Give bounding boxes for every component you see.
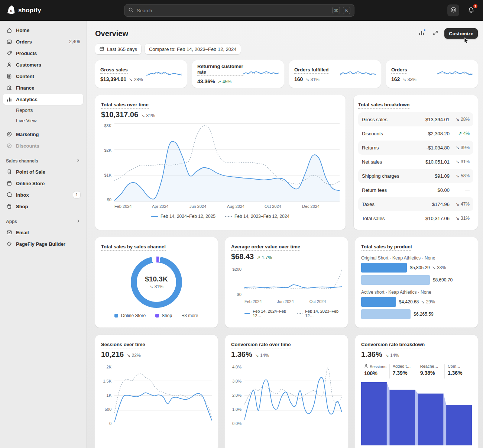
customize-button[interactable]: Customize [444, 28, 478, 39]
section-label: Apps [6, 219, 17, 224]
sidebar-item-orders[interactable]: Orders 2,406 [3, 36, 83, 47]
brand-area[interactable]: S shopify [6, 5, 117, 16]
calendar-icon [99, 46, 104, 52]
funnel-step[interactable]: Reache… 9.38% [417, 364, 444, 378]
current-period-swatch [151, 216, 158, 217]
fullscreen-button[interactable] [430, 28, 441, 39]
funnel-header: Sessions 100% Added t… 7.39% Reache… 9.3… [361, 364, 472, 378]
funnel-step[interactable]: Added t… 7.39% [389, 364, 417, 378]
search-input[interactable] [137, 8, 329, 13]
funnel-step[interactable]: Com… 1.36% [444, 364, 472, 378]
sidebar-item-home[interactable]: Home [3, 25, 83, 36]
svg-text:S: S [10, 9, 12, 13]
sidebar-item-point-of-sale[interactable]: Point of Sale [3, 166, 83, 177]
funnel-chart[interactable] [361, 382, 472, 445]
sidebar-section-apps[interactable]: Apps [3, 216, 83, 227]
metric-card-gross-sales[interactable]: Gross sales $13,394.01 ↘ 28% [95, 60, 187, 88]
sidebar-section-sales-channels[interactable]: Sales channels [3, 156, 83, 166]
sidebar-item-inbox[interactable]: Inbox 1 [3, 189, 83, 200]
sales-by-product-card: Total sales by product Original Short · … [355, 237, 478, 328]
sessions-line-chart[interactable] [114, 365, 212, 426]
conversion-value: 1.36% [231, 350, 252, 359]
sidebar-item-label: Reports [16, 107, 33, 113]
metric-card-returning-customer-rate[interactable]: Returning customer rate 43.36% ↗ 45% [192, 60, 284, 88]
total-sales-breakdown-card: Total sales breakdown Gross sales$13,394… [354, 95, 478, 230]
date-range-pill[interactable]: Last 365 days [95, 44, 141, 54]
conversion-line-chart[interactable] [244, 365, 342, 426]
breakdown-row[interactable]: Gross sales$13,394.01↘ 28% [358, 112, 473, 126]
sidebar-item-pagefly[interactable]: PageFly Page Builder [3, 238, 83, 249]
person-icon [6, 62, 13, 68]
sidebar-item-label: Home [16, 28, 29, 33]
sidebar-item-online-store[interactable]: Online Store [3, 178, 83, 189]
metric-card-orders-fulfilled[interactable]: Orders fulfilled 160 ↘ 31% [289, 60, 381, 88]
metric-title[interactable]: Gross sales [100, 67, 128, 74]
metric-title[interactable]: Orders fulfilled [294, 67, 328, 74]
chevron-right-icon [76, 219, 80, 224]
assistant-icon [450, 7, 457, 14]
donut-chart[interactable]: $10.3K ↘ 31% [131, 257, 182, 308]
breakdown-row[interactable]: Net sales$10,051.01↘ 31% [358, 155, 473, 169]
card-title[interactable]: Average order value over time [231, 244, 300, 251]
metric-card-orders[interactable]: Orders 162 ↘ 33% [386, 60, 478, 88]
bar-chart-icon [6, 96, 13, 102]
command-key: ⌘ [332, 7, 340, 14]
current-period-swatch [244, 313, 250, 314]
sidebar-item-content[interactable]: Content [3, 71, 83, 82]
sidebar-item-label: Online Store [16, 181, 45, 186]
assistant-button[interactable] [447, 4, 459, 16]
y-axis: $200$0 [231, 267, 244, 297]
sidebar-item-label: Inbox [16, 192, 29, 198]
sidebar-item-live-view[interactable]: Live View [3, 116, 83, 126]
sidebar-item-email[interactable]: Email [3, 227, 83, 238]
breakdown-row[interactable]: Shipping charges$91.09↘ 58% [358, 169, 473, 183]
card-title[interactable]: Total sales by product [361, 244, 412, 251]
sparkline-chart [243, 68, 279, 80]
k-key: K [343, 7, 350, 14]
card-title[interactable]: Conversion rate breakdown [361, 342, 425, 348]
metric-title[interactable]: Orders [391, 67, 407, 74]
conversion-breakdown-card: Conversion rate breakdown 1.36% ↘ 14% Se… [355, 335, 478, 448]
previous-period-bar[interactable] [361, 275, 430, 285]
card-title[interactable]: Sessions over time [101, 342, 145, 348]
current-period-bar[interactable] [361, 263, 407, 273]
sidebar-item-discounts[interactable]: Discounts [3, 140, 83, 151]
card-title[interactable]: Conversion rate over time [231, 342, 291, 348]
aov-line-chart[interactable] [244, 267, 342, 297]
y-axis: 2K1.5K1K5000 [101, 365, 114, 426]
metric-value: $13,394.01 [100, 76, 126, 82]
global-search[interactable]: ⌘ K [124, 4, 354, 17]
online-store-swatch [114, 314, 118, 318]
insights-button[interactable] [416, 28, 427, 39]
donut-center: $10.3K ↘ 31% [137, 262, 176, 302]
previous-period-bar[interactable] [361, 309, 411, 319]
sidebar-item-customers[interactable]: Customers [3, 59, 83, 70]
breakdown-row[interactable]: Return fees$0.00— [358, 183, 473, 197]
tag-icon [6, 50, 13, 56]
total-sales-line-chart[interactable] [114, 123, 340, 202]
sidebar-item-label: Analytics [16, 97, 38, 102]
sidebar-item-shop[interactable]: Shop [3, 201, 83, 212]
sidebar-item-finance[interactable]: Finance [3, 82, 83, 93]
breakdown-row[interactable]: Total sales$10,317.06↘ 31% [358, 211, 473, 225]
sidebar-item-analytics[interactable]: Analytics [3, 94, 83, 105]
sparkline-chart [146, 68, 182, 80]
sidebar-item-reports[interactable]: Reports [3, 105, 83, 115]
sessions-change: ↘ 22% [127, 353, 140, 358]
card-title[interactable]: Total sales by sales channel [101, 244, 166, 251]
notifications-button[interactable]: 2 [465, 4, 477, 16]
breakdown-row[interactable]: Returns-$1,034.80↘ 39% [358, 141, 473, 155]
card-title[interactable]: Total sales breakdown [358, 102, 409, 109]
previous-period-swatch [297, 313, 302, 314]
card-title[interactable]: Total sales over time [101, 102, 149, 109]
sidebar-item-marketing[interactable]: Marketing [3, 129, 83, 140]
breakdown-row[interactable]: Taxes$174.96↘ 47% [358, 197, 473, 211]
bank-icon [6, 85, 13, 91]
sidebar-item-products[interactable]: Products [3, 48, 83, 59]
compare-pill[interactable]: Compare to: Feb 14, 2023–Feb 12, 2024 [145, 44, 241, 54]
breakdown-row[interactable]: Discounts-$2,308.20↗ 4% [358, 126, 473, 141]
funnel-step[interactable]: Sessions 100% [361, 364, 389, 378]
metric-title[interactable]: Returning customer rate [197, 64, 243, 76]
current-period-bar[interactable] [361, 297, 396, 307]
x-axis: Feb 2024Apr 2024Jun 2024Aug 2024Oct 2024… [114, 204, 340, 209]
